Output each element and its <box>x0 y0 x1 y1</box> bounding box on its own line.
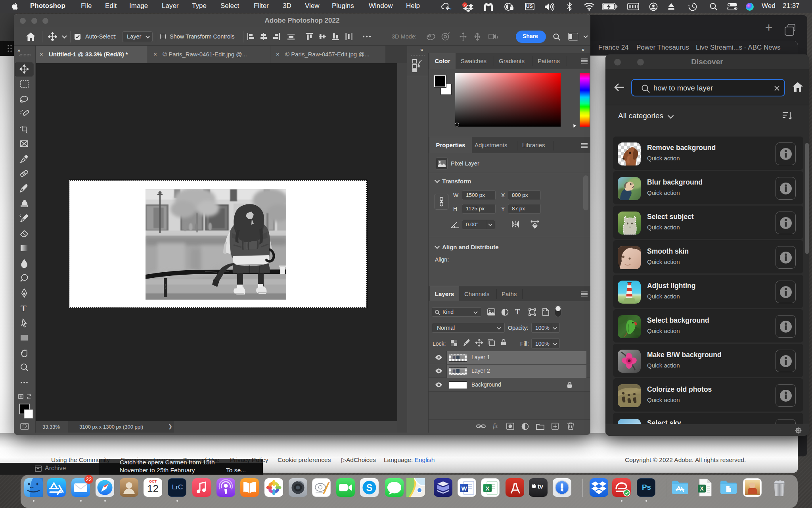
svg-text:2: 2 <box>463 3 465 7</box>
svg-text:X: X <box>700 485 704 492</box>
svg-text:S: S <box>366 482 372 493</box>
svg-text:T: T <box>21 303 27 313</box>
svg-text:»: » <box>17 47 20 53</box>
svg-text:W: W <box>461 485 467 492</box>
svg-text:tv: tv <box>538 483 543 490</box>
svg-text:X: X <box>485 485 489 492</box>
